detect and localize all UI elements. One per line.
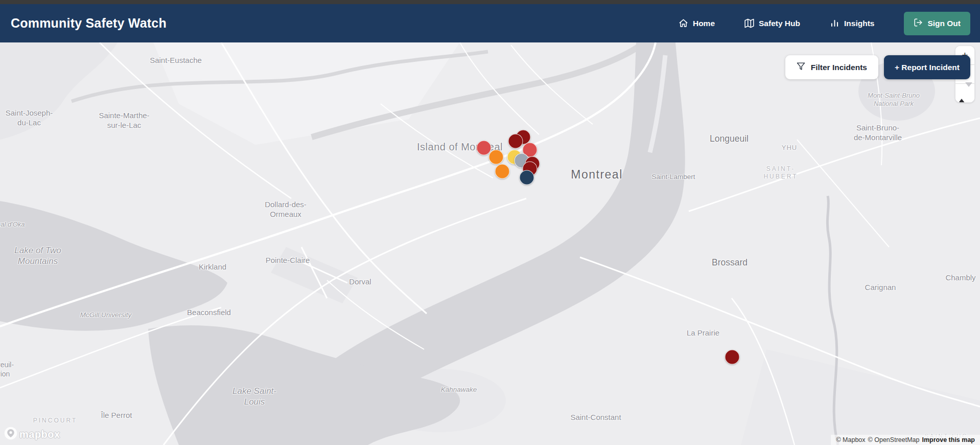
nav-safety-hub-label: Safety Hub (759, 19, 800, 28)
app-window: Community Safety Watch Home Safety Hub I… (0, 0, 980, 445)
home-icon (679, 18, 688, 28)
nav-insights[interactable]: Insights (830, 18, 874, 28)
report-incident-button[interactable]: + Report Incident (884, 55, 970, 79)
pitch-down-icon (965, 82, 972, 99)
log-out-icon (914, 18, 923, 29)
filter-incidents-button[interactable]: Filter Incidents (785, 55, 878, 79)
main-nav: Home Safety Hub Insights Sign Out (679, 12, 970, 35)
nav-safety-hub[interactable]: Safety Hub (744, 18, 800, 28)
improve-map-link[interactable]: Improve this map (922, 436, 975, 443)
sign-out-label: Sign Out (927, 19, 961, 28)
incident-marker[interactable] (489, 150, 504, 165)
report-incident-label: + Report Incident (895, 63, 960, 72)
nav-home-label: Home (693, 19, 715, 28)
filter-incidents-label: Filter Incidents (811, 63, 867, 72)
window-chrome (0, 0, 980, 4)
nav-home[interactable]: Home (679, 18, 715, 28)
funnel-icon (797, 62, 805, 73)
map-canvas[interactable]: Saint-EustacheSaint-Joseph-du-LacSainte-… (0, 42, 980, 445)
incident-marker[interactable] (508, 134, 523, 149)
pitch-up-icon (958, 87, 965, 103)
app-header: Community Safety Watch Home Safety Hub I… (0, 4, 980, 42)
incident-marker[interactable] (520, 170, 534, 185)
map-attribution: © Mapbox © OpenStreetMap Improve this ma… (831, 435, 980, 445)
incident-marker[interactable] (477, 141, 492, 155)
map-toolbar: Filter Incidents + Report Incident (785, 55, 970, 79)
mapbox-pin-icon (4, 427, 17, 442)
mapbox-logo[interactable]: mapbox (4, 427, 60, 442)
attribution-osm-link[interactable]: © OpenStreetMap (868, 436, 920, 443)
sign-out-button[interactable]: Sign Out (904, 12, 970, 35)
app-title: Community Safety Watch (11, 16, 167, 31)
map-icon (744, 18, 754, 28)
bar-chart-icon (830, 18, 839, 28)
map-terrain (0, 42, 980, 445)
nav-insights-label: Insights (844, 19, 874, 28)
attribution-mapbox-link[interactable]: © Mapbox (836, 436, 865, 443)
mapbox-logo-text: mapbox (19, 429, 60, 440)
incident-marker[interactable] (495, 164, 510, 179)
incident-marker[interactable] (725, 350, 740, 365)
compass-button[interactable] (955, 84, 974, 102)
